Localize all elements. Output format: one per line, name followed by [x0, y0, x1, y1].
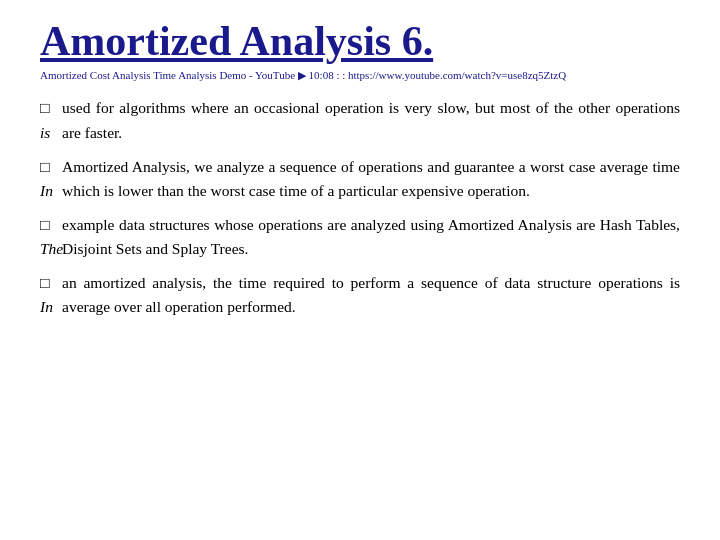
subtitle-text: Amortized Cost Analysis Time Analysis De…: [40, 69, 334, 81]
bullet-text-4: an amortized analysis, the time required…: [62, 271, 680, 319]
bullet-marker-1: □ is: [40, 96, 62, 144]
bullet-item-1: □ is used for algorithms where an occasi…: [40, 96, 680, 144]
subtitle-url[interactable]: : https://www.youtube.com/watch?v=use8zq…: [342, 69, 566, 81]
bullet-item-3: □ The example data structures whose oper…: [40, 213, 680, 261]
bullet-marker-3: □ The: [40, 213, 62, 261]
content-area: □ is used for algorithms where an occasi…: [40, 96, 680, 318]
bullet-text-3: example data structures whose operations…: [62, 213, 680, 261]
page-container: Amortized Analysis 6. Amortized Cost Ana…: [0, 0, 720, 540]
subtitle-link: Amortized Cost Analysis Time Analysis De…: [40, 68, 680, 82]
bullet-item-2: □ In Amortized Analysis, we analyze a se…: [40, 155, 680, 203]
bullet-item-4: □ In an amortized analysis, the time req…: [40, 271, 680, 319]
bullet-marker-4: □ In: [40, 271, 62, 319]
bullet-text-2: Amortized Analysis, we analyze a sequenc…: [62, 155, 680, 203]
bullet-text-1: used for algorithms where an occasional …: [62, 96, 680, 144]
page-title: Amortized Analysis 6.: [40, 18, 680, 64]
bullet-marker-2: □ In: [40, 155, 62, 203]
